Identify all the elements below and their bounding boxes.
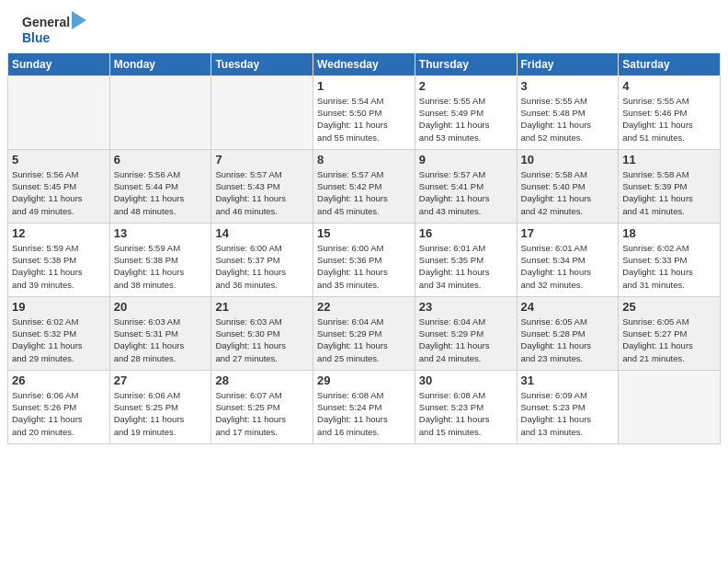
calendar-table: SundayMondayTuesdayWednesdayThursdayFrid… [7,52,721,444]
day-number: 15 [317,226,411,240]
day-info: Sunrise: 6:07 AMSunset: 5:25 PMDaylight:… [215,389,309,438]
day-header-sunday: Sunday [8,52,110,75]
day-number: 23 [419,300,513,314]
day-info: Sunrise: 5:54 AMSunset: 5:50 PMDaylight:… [317,95,411,144]
calendar-cell: 18Sunrise: 6:02 AMSunset: 5:33 PMDayligh… [619,223,721,296]
day-info: Sunrise: 6:06 AMSunset: 5:26 PMDaylight:… [12,389,106,438]
day-info: Sunrise: 6:05 AMSunset: 5:27 PMDaylight:… [622,316,716,364]
calendar-cell: 23Sunrise: 6:04 AMSunset: 5:29 PMDayligh… [415,296,517,370]
day-number: 16 [419,226,513,240]
calendar-cell: 28Sunrise: 6:07 AMSunset: 5:25 PMDayligh… [211,370,313,443]
day-number: 2 [419,79,513,93]
logo-blue-text: Blue [22,30,86,45]
day-number: 3 [521,79,615,93]
day-info: Sunrise: 6:00 AMSunset: 5:36 PMDaylight:… [317,242,411,291]
day-info: Sunrise: 6:02 AMSunset: 5:32 PMDaylight:… [12,316,106,364]
day-number: 4 [622,79,716,93]
day-header-monday: Monday [109,52,211,75]
calendar-week-row: 5Sunrise: 5:56 AMSunset: 5:45 PMDaylight… [8,149,721,223]
calendar-cell: 4Sunrise: 5:55 AMSunset: 5:46 PMDaylight… [619,75,721,149]
day-number: 19 [12,300,106,314]
calendar-cell: 21Sunrise: 6:03 AMSunset: 5:30 PMDayligh… [211,296,313,370]
day-info: Sunrise: 6:06 AMSunset: 5:25 PMDaylight:… [114,389,208,438]
day-info: Sunrise: 6:08 AMSunset: 5:23 PMDaylight:… [419,389,513,438]
day-info: Sunrise: 6:01 AMSunset: 5:35 PMDaylight:… [419,242,513,291]
calendar-cell: 6Sunrise: 5:56 AMSunset: 5:44 PMDaylight… [109,149,211,223]
day-info: Sunrise: 6:00 AMSunset: 5:37 PMDaylight:… [215,242,309,291]
day-info: Sunrise: 6:04 AMSunset: 5:29 PMDaylight:… [317,316,411,364]
calendar-week-row: 12Sunrise: 5:59 AMSunset: 5:38 PMDayligh… [8,223,721,296]
calendar-cell: 26Sunrise: 6:06 AMSunset: 5:26 PMDayligh… [8,370,110,443]
day-number: 22 [317,300,411,314]
day-number: 21 [215,300,309,314]
day-number: 28 [215,373,309,387]
day-header-thursday: Thursday [415,52,517,75]
day-number: 14 [215,226,309,240]
calendar-cell: 30Sunrise: 6:08 AMSunset: 5:23 PMDayligh… [415,370,517,443]
calendar-cell: 3Sunrise: 5:55 AMSunset: 5:48 PMDaylight… [517,75,619,149]
calendar-cell: 13Sunrise: 5:59 AMSunset: 5:38 PMDayligh… [109,223,211,296]
day-info: Sunrise: 6:04 AMSunset: 5:29 PMDaylight:… [419,316,513,364]
calendar-cell: 15Sunrise: 6:00 AMSunset: 5:36 PMDayligh… [313,223,415,296]
calendar-week-row: 26Sunrise: 6:06 AMSunset: 5:26 PMDayligh… [8,370,721,443]
day-info: Sunrise: 5:55 AMSunset: 5:48 PMDaylight:… [521,95,615,144]
day-info: Sunrise: 5:57 AMSunset: 5:43 PMDaylight:… [215,168,309,217]
day-number: 10 [521,153,615,167]
calendar-cell: 9Sunrise: 5:57 AMSunset: 5:41 PMDaylight… [415,149,517,223]
day-info: Sunrise: 6:09 AMSunset: 5:23 PMDaylight:… [521,389,615,438]
day-number: 6 [114,153,208,167]
day-number: 9 [419,153,513,167]
calendar-cell: 8Sunrise: 5:57 AMSunset: 5:42 PMDaylight… [313,149,415,223]
calendar-cell: 14Sunrise: 6:00 AMSunset: 5:37 PMDayligh… [211,223,313,296]
day-info: Sunrise: 5:59 AMSunset: 5:38 PMDaylight:… [12,242,106,291]
day-number: 18 [622,226,716,240]
day-info: Sunrise: 5:58 AMSunset: 5:39 PMDaylight:… [622,168,716,217]
calendar-cell [619,370,721,443]
calendar-cell [8,75,110,149]
logo-arrow-icon [72,11,86,29]
calendar-cell: 24Sunrise: 6:05 AMSunset: 5:28 PMDayligh… [517,296,619,370]
day-info: Sunrise: 6:08 AMSunset: 5:24 PMDaylight:… [317,389,411,438]
day-number: 25 [622,300,716,314]
day-info: Sunrise: 5:56 AMSunset: 5:44 PMDaylight:… [114,168,208,217]
day-number: 29 [317,373,411,387]
day-header-wednesday: Wednesday [313,52,415,75]
calendar-cell: 25Sunrise: 6:05 AMSunset: 5:27 PMDayligh… [619,296,721,370]
day-info: Sunrise: 5:55 AMSunset: 5:49 PMDaylight:… [419,95,513,144]
day-number: 27 [114,373,208,387]
day-number: 30 [419,373,513,387]
day-header-saturday: Saturday [619,52,721,75]
day-info: Sunrise: 6:03 AMSunset: 5:30 PMDaylight:… [215,316,309,364]
calendar-cell: 1Sunrise: 5:54 AMSunset: 5:50 PMDaylight… [313,75,415,149]
calendar-cell: 5Sunrise: 5:56 AMSunset: 5:45 PMDaylight… [8,149,110,223]
calendar-cell: 29Sunrise: 6:08 AMSunset: 5:24 PMDayligh… [313,370,415,443]
day-header-friday: Friday [517,52,619,75]
day-info: Sunrise: 6:03 AMSunset: 5:31 PMDaylight:… [114,316,208,364]
day-number: 31 [521,373,615,387]
day-info: Sunrise: 5:58 AMSunset: 5:40 PMDaylight:… [521,168,615,217]
day-info: Sunrise: 5:57 AMSunset: 5:42 PMDaylight:… [317,168,411,217]
day-info: Sunrise: 6:01 AMSunset: 5:34 PMDaylight:… [521,242,615,291]
calendar-header-row: SundayMondayTuesdayWednesdayThursdayFrid… [8,52,721,75]
calendar-cell: 20Sunrise: 6:03 AMSunset: 5:31 PMDayligh… [109,296,211,370]
calendar-week-row: 19Sunrise: 6:02 AMSunset: 5:32 PMDayligh… [8,296,721,370]
calendar-cell: 10Sunrise: 5:58 AMSunset: 5:40 PMDayligh… [517,149,619,223]
day-number: 5 [12,153,106,167]
calendar-cell: 31Sunrise: 6:09 AMSunset: 5:23 PMDayligh… [517,370,619,443]
day-info: Sunrise: 6:05 AMSunset: 5:28 PMDaylight:… [521,316,615,364]
day-number: 1 [317,79,411,93]
calendar-cell: 16Sunrise: 6:01 AMSunset: 5:35 PMDayligh… [415,223,517,296]
day-number: 12 [12,226,106,240]
calendar-cell: 27Sunrise: 6:06 AMSunset: 5:25 PMDayligh… [109,370,211,443]
day-number: 7 [215,153,309,167]
day-info: Sunrise: 5:56 AMSunset: 5:45 PMDaylight:… [12,168,106,217]
day-header-tuesday: Tuesday [211,52,313,75]
day-info: Sunrise: 5:57 AMSunset: 5:41 PMDaylight:… [419,168,513,217]
day-info: Sunrise: 5:55 AMSunset: 5:46 PMDaylight:… [622,95,716,144]
day-number: 8 [317,153,411,167]
day-number: 20 [114,300,208,314]
calendar-cell: 19Sunrise: 6:02 AMSunset: 5:32 PMDayligh… [8,296,110,370]
calendar-cell: 22Sunrise: 6:04 AMSunset: 5:29 PMDayligh… [313,296,415,370]
day-number: 11 [622,153,716,167]
day-info: Sunrise: 5:59 AMSunset: 5:38 PMDaylight:… [114,242,208,291]
